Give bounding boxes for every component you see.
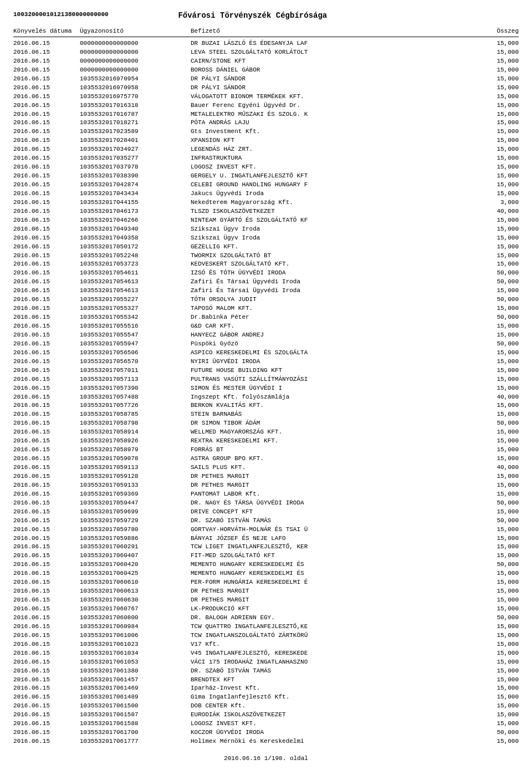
table-row: 2016.06.15 1035532017042874 CELEBI GROUN… xyxy=(13,181,519,190)
row-id: 1035532017060407 xyxy=(80,552,191,560)
row-id: 1035532017016787 xyxy=(80,110,191,119)
row-payer: DRIVE CONCEPT KFT xyxy=(191,508,474,517)
table-row: 2016.06.15 1035532017055327 TAPOSÓ MALOM… xyxy=(13,304,519,313)
row-amount: 15,000 xyxy=(474,490,519,499)
row-amount: 15,000 xyxy=(474,693,519,702)
row-id: 1035532016975770 xyxy=(80,93,191,101)
table-row: 2016.06.15 1035532017059447 DR. NAGY ÉS … xyxy=(13,499,519,508)
row-payer: DR PÁLYI SÁNDOR xyxy=(191,84,474,93)
row-payer: Szikszai Ügyv Iroda xyxy=(191,234,474,243)
table-row: 2016.06.15 1035532017046266 NINTEAM GYÁR… xyxy=(13,216,519,225)
row-date: 2016.06.15 xyxy=(13,181,80,190)
table-row: 2016.06.15 1035532017057488 Ingszept Kft… xyxy=(13,393,519,402)
row-id: 1035532017034927 xyxy=(80,145,191,154)
row-payer: BOROSS DÁNIEL GÁBOR xyxy=(191,66,474,75)
row-id: 1035532017018271 xyxy=(80,119,191,128)
row-payer: LK-PRODUKCIÓ KFT xyxy=(191,605,474,614)
table-row: 2016.06.15 1035532017056506 ASPICO KERES… xyxy=(13,349,519,358)
row-amount: 40,000 xyxy=(474,463,519,472)
row-id: 1035532017035277 xyxy=(80,154,191,163)
row-id: 1035532017059886 xyxy=(80,534,191,543)
row-amount: 15,000 xyxy=(474,508,519,517)
row-amount: 15,000 xyxy=(474,649,519,658)
row-id: 1035532016970954 xyxy=(80,75,191,84)
row-payer: Gima Ingatlanfejlesztő Kft. xyxy=(191,693,474,702)
row-payer: Ingszept Kft. folyószámlája xyxy=(191,393,474,402)
row-payer: NYIRI ÜGYVÉDI IRODA xyxy=(191,358,474,366)
table-row: 2016.06.15 1035532017043434 Jakucs Ügyvé… xyxy=(13,190,519,198)
row-id: 1035532017059078 xyxy=(80,455,191,463)
row-id: 1035532017061023 xyxy=(80,640,191,649)
table-row: 2016.06.15 1035532017054613 Zafiri És Tá… xyxy=(13,287,519,295)
row-amount: 15,000 xyxy=(474,287,519,295)
table-row: 2016.06.15 1035532017018271 PÓTA ANDRÁS … xyxy=(13,119,519,128)
row-payer: TÓTH ORSOLYA JUDIT xyxy=(191,295,474,304)
table-row: 2016.06.15 1035532017061700 KOCZOR ÜGYVÉ… xyxy=(13,728,519,737)
row-id: 1035532017055547 xyxy=(80,331,191,340)
row-id: 1035532017059699 xyxy=(80,508,191,517)
table-row: 2016.06.15 0000000000000000 CAIRN/STONE … xyxy=(13,57,519,66)
col-header-payer: Befizető xyxy=(191,28,474,34)
row-payer: DR PÁLYI SÁNDOR xyxy=(191,75,474,84)
table-row: 2016.06.15 1035532017049358 Szikszai Ügy… xyxy=(13,234,519,243)
row-date: 2016.06.15 xyxy=(13,605,80,614)
row-date: 2016.06.15 xyxy=(13,340,80,349)
row-date: 2016.06.15 xyxy=(13,234,80,243)
row-amount: 15,000 xyxy=(474,75,519,84)
row-date: 2016.06.15 xyxy=(13,649,80,658)
row-amount: 15,000 xyxy=(474,587,519,596)
table-row: 2016.06.15 1035532017016318 Bauer Ferenc… xyxy=(13,101,519,110)
row-date: 2016.06.15 xyxy=(13,119,80,128)
row-amount: 50,000 xyxy=(474,419,519,428)
document-id: 10032000010121380000000000 xyxy=(13,11,109,20)
row-amount: 15,000 xyxy=(474,66,519,75)
row-date: 2016.06.15 xyxy=(13,260,80,269)
table-row: 2016.06.15 0000000000000000 DR BUZAI LÁS… xyxy=(13,39,519,48)
row-id: 1035532017054613 xyxy=(80,287,191,295)
row-payer: LEVA STEEL SZOLGÁLTATÓ KORLÁTOLT xyxy=(191,48,474,57)
table-row: 2016.06.15 1035532017061500 DOB CENTER K… xyxy=(13,702,519,711)
table-row: 2016.06.15 1035532017055342 Dr.Babinka P… xyxy=(13,313,519,322)
table-row: 2016.06.15 1035532017061489 Gima Ingatla… xyxy=(13,693,519,702)
col-header-date: Könyvelés dátuma xyxy=(13,28,80,34)
row-payer: STEIN BARNABÁS xyxy=(191,410,474,419)
table-row: 2016.06.15 1035532017052248 TWORMIX SZOL… xyxy=(13,252,519,261)
table-row: 2016.06.15 1035532016970954 DR PÁLYI SÁN… xyxy=(13,75,519,84)
row-payer: SAILS PLUS KFT. xyxy=(191,463,474,472)
table-row: 2016.06.15 1035532017059113 SAILS PLUS K… xyxy=(13,463,519,472)
table-row: 2016.06.15 1035532017037978 LOGOSZ INVES… xyxy=(13,163,519,172)
row-payer: FUTURE HOUSE BUILDING KFT xyxy=(191,366,474,375)
row-date: 2016.06.15 xyxy=(13,278,80,287)
row-id: 1035532017056506 xyxy=(80,349,191,358)
row-amount: 50,000 xyxy=(474,728,519,737)
row-amount: 15,000 xyxy=(474,93,519,101)
table-row: 2016.06.15 1035532017055516 G&D CAR KFT.… xyxy=(13,322,519,331)
row-id: 1035532017042874 xyxy=(80,181,191,190)
row-payer: METALELEKTRO MŰSZAKI ÉS SZOLG. K xyxy=(191,110,474,119)
table-row: 2016.06.15 1035532017060984 TCW QUATTRO … xyxy=(13,623,519,631)
row-amount: 15,000 xyxy=(474,552,519,560)
row-date: 2016.06.15 xyxy=(13,358,80,366)
row-date: 2016.06.15 xyxy=(13,393,80,402)
row-date: 2016.06.15 xyxy=(13,481,80,490)
row-date: 2016.06.15 xyxy=(13,375,80,384)
row-payer: DR BUZAI LÁSZLÓ ÉS ÉDESANYJA LAF xyxy=(191,39,474,48)
row-id: 1035532017061588 xyxy=(80,720,191,728)
table-row: 2016.06.15 1035532017060610 PER-FORM HUN… xyxy=(13,578,519,587)
row-amount: 15,000 xyxy=(474,446,519,455)
row-date: 2016.06.15 xyxy=(13,322,80,331)
row-id: 1035532017061053 xyxy=(80,658,191,667)
row-id: 1035532017050172 xyxy=(80,243,191,252)
row-amount: 15,000 xyxy=(474,225,519,234)
row-amount: 15,000 xyxy=(474,136,519,145)
row-payer: PÓTA ANDRÁS LAJU xyxy=(191,119,474,128)
court-name: Fővárosi Törvényszék Cégbírósága xyxy=(109,11,397,20)
table-row: 2016.06.15 1035532017061469 Iparház-Inve… xyxy=(13,684,519,693)
table-row: 2016.06.15 1035532017055547 HANYECZ GÁBO… xyxy=(13,331,519,340)
row-amount: 15,000 xyxy=(474,172,519,181)
row-date: 2016.06.15 xyxy=(13,631,80,640)
row-date: 2016.06.15 xyxy=(13,711,80,720)
row-date: 2016.06.15 xyxy=(13,207,80,216)
row-id: 1035532017058914 xyxy=(80,428,191,437)
row-amount: 15,000 xyxy=(474,569,519,578)
